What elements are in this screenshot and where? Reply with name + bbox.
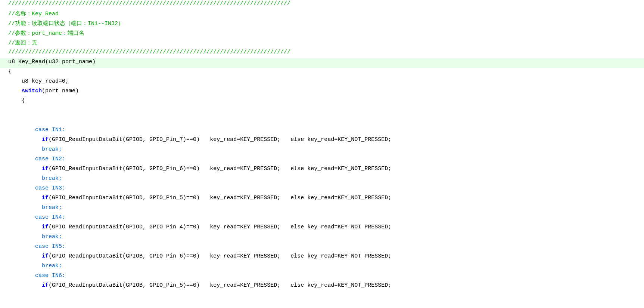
code-line: { xyxy=(0,97,644,107)
code-line: break; xyxy=(0,262,644,272)
code-line: if(GPIO_ReadInputDataBit(GPIOB, GPIO_Pin… xyxy=(0,282,644,292)
line-content: case IN5: xyxy=(5,243,644,250)
code-line: { xyxy=(0,68,644,78)
code-editor[interactable]: ////////////////////////////////////////… xyxy=(0,0,644,308)
code-line: if(GPIO_ReadInputDataBit(GPIOB, GPIO_Pin… xyxy=(0,253,644,262)
code-line: //参数：port_name：端口名 xyxy=(0,29,644,39)
line-content: { xyxy=(5,98,644,104)
line-content: if(GPIO_ReadInputDataBit(GPIOD, GPIO_Pin… xyxy=(5,166,644,172)
code-line: if(GPIO_ReadInputDataBit(GPIOD, GPIO_Pin… xyxy=(0,136,644,146)
code-line: //功能：读取端口状态（端口：IN1--IN32） xyxy=(0,19,644,29)
line-content: if(GPIO_ReadInputDataBit(GPIOD, GPIO_Pin… xyxy=(5,136,644,143)
code-line: case IN2: xyxy=(0,155,644,165)
line-content: ////////////////////////////////////////… xyxy=(5,0,644,7)
line-content: case IN4: xyxy=(5,214,644,221)
code-line: case IN5: xyxy=(0,243,644,253)
code-line: //名称：Key_Read xyxy=(0,10,644,19)
code-line: break; xyxy=(0,146,644,155)
line-content: //返回：无 xyxy=(5,39,644,46)
line-content: break; xyxy=(5,175,644,182)
code-line: u8 key_read=0; xyxy=(0,78,644,87)
line-content: ////////////////////////////////////////… xyxy=(5,49,644,55)
code-line: if(GPIO_ReadInputDataBit(GPIOD, GPIO_Pin… xyxy=(0,165,644,175)
code-line: break; xyxy=(0,204,644,214)
line-content: case IN1: xyxy=(5,127,644,133)
code-line: if(GPIO_ReadInputDataBit(GPIOD, GPIO_Pin… xyxy=(0,194,644,204)
code-line: u8 Key_Read(u32 port_name) xyxy=(0,58,644,68)
code-line: case IN4: xyxy=(0,214,644,224)
code-line: case IN3: xyxy=(0,185,644,194)
line-content: case IN3: xyxy=(5,185,644,191)
line-content: //名称：Key_Read xyxy=(5,10,644,17)
line-content: break; xyxy=(5,263,644,269)
code-line: break; xyxy=(0,175,644,185)
line-content: break; xyxy=(5,234,644,240)
line-content: { xyxy=(5,68,644,75)
code-line: break; xyxy=(0,233,644,243)
code-line: case IN1: xyxy=(0,126,644,136)
line-content: case IN2: xyxy=(5,156,644,162)
line-content: u8 key_read=0; xyxy=(5,78,644,84)
line-content: break; xyxy=(5,146,644,153)
line-content: case IN6: xyxy=(5,272,644,279)
code-line xyxy=(0,117,644,126)
code-line: //返回：无 xyxy=(0,39,644,49)
code-line: switch(port_name) xyxy=(0,87,644,97)
line-content: break; xyxy=(5,204,644,211)
line-content: switch(port_name) xyxy=(5,88,644,94)
line-content: //参数：port_name：端口名 xyxy=(5,30,644,37)
code-line xyxy=(0,107,644,117)
code-line: ////////////////////////////////////////… xyxy=(0,0,644,10)
line-content: if(GPIO_ReadInputDataBit(GPIOD, GPIO_Pin… xyxy=(5,224,644,230)
line-content: if(GPIO_ReadInputDataBit(GPIOB, GPIO_Pin… xyxy=(5,253,644,259)
line-content: //功能：读取端口状态（端口：IN1--IN32） xyxy=(5,20,644,27)
line-content: if(GPIO_ReadInputDataBit(GPIOD, GPIO_Pin… xyxy=(5,195,644,201)
code-line: case IN6: xyxy=(0,272,644,282)
line-content: u8 Key_Read(u32 port_name) xyxy=(5,59,644,65)
code-line: if(GPIO_ReadInputDataBit(GPIOD, GPIO_Pin… xyxy=(0,224,644,233)
code-line: ////////////////////////////////////////… xyxy=(0,49,644,58)
line-content: if(GPIO_ReadInputDataBit(GPIOB, GPIO_Pin… xyxy=(5,282,644,289)
